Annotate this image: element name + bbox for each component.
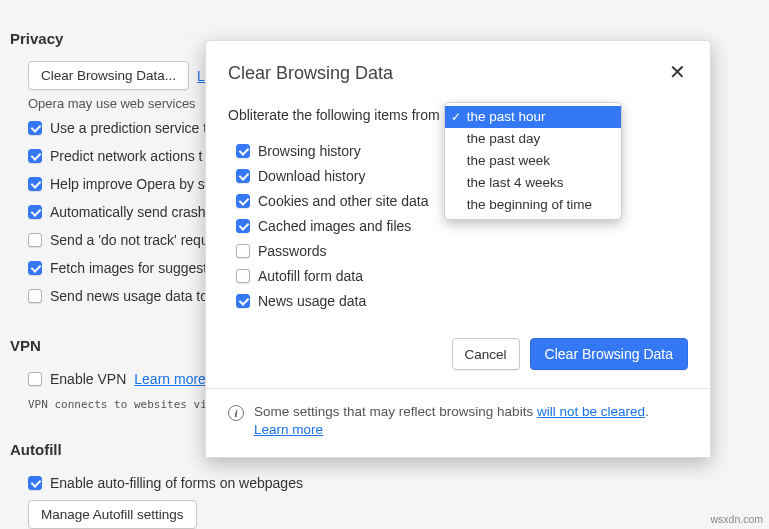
watermark: wsxdn.com xyxy=(710,513,763,525)
enable-autofill-checkbox[interactable] xyxy=(28,476,42,490)
datatype-checkbox[interactable] xyxy=(236,269,250,283)
privacy-option-label: Use a prediction service t xyxy=(50,117,207,139)
enable-autofill-label: Enable auto-filling of forms on webpages xyxy=(50,472,303,494)
vpn-learn-more-link[interactable]: Learn more xyxy=(134,368,206,390)
datatype-label: Cookies and other site data xyxy=(258,190,428,212)
privacy-option-checkbox[interactable] xyxy=(28,149,42,163)
time-range-option[interactable]: the past day xyxy=(445,128,621,150)
datatype-checkbox[interactable] xyxy=(236,219,250,233)
datatype-label: Download history xyxy=(258,165,365,187)
datatype-label: News usage data xyxy=(258,290,366,312)
time-range-menu: the past hourthe past daythe past weekth… xyxy=(444,102,622,220)
datatype-checkbox[interactable] xyxy=(236,169,250,183)
confirm-clear-button[interactable]: Clear Browsing Data xyxy=(530,338,688,370)
dialog-prompt: Obliterate the following items from xyxy=(228,107,440,123)
enable-vpn-checkbox[interactable] xyxy=(28,372,42,386)
dialog-title: Clear Browsing Data xyxy=(228,63,393,84)
privacy-option-checkbox[interactable] xyxy=(28,261,42,275)
privacy-option-label: Fetch images for suggest xyxy=(50,257,207,279)
will-not-be-cleared-link[interactable]: will not be cleared xyxy=(537,404,645,419)
dialog-learn-more-link[interactable]: Learn more xyxy=(254,422,323,437)
clear-browsing-data-button[interactable]: Clear Browsing Data... xyxy=(28,61,189,90)
privacy-option-label: Help improve Opera by se xyxy=(50,173,213,195)
time-range-option[interactable]: the past hour xyxy=(445,106,621,128)
info-icon: i xyxy=(228,405,244,421)
privacy-option-label: Predict network actions t xyxy=(50,145,203,167)
close-icon[interactable]: ✕ xyxy=(667,63,688,81)
datatype-checkbox[interactable] xyxy=(236,244,250,258)
privacy-option-checkbox[interactable] xyxy=(28,205,42,219)
datatype-checkbox[interactable] xyxy=(236,194,250,208)
datatype-label: Cached images and files xyxy=(258,215,411,237)
privacy-option-checkbox[interactable] xyxy=(28,177,42,191)
time-range-option[interactable]: the last 4 weeks xyxy=(445,172,621,194)
time-range-option[interactable]: the beginning of time xyxy=(445,194,621,216)
dialog-footer-text: Some settings that may reflect browsing … xyxy=(254,403,649,439)
datatype-label: Browsing history xyxy=(258,140,361,162)
datatype-label: Passwords xyxy=(258,240,326,262)
manage-autofill-button[interactable]: Manage Autofill settings xyxy=(28,500,197,529)
privacy-option-label: Send a 'do not track' requ xyxy=(50,229,209,251)
privacy-option-checkbox[interactable] xyxy=(28,289,42,303)
time-range-option[interactable]: the past week xyxy=(445,150,621,172)
cancel-button[interactable]: Cancel xyxy=(452,338,520,370)
privacy-option-checkbox[interactable] xyxy=(28,121,42,135)
privacy-option-label: Send news usage data to xyxy=(50,285,208,307)
datatype-label: Autofill form data xyxy=(258,265,363,287)
clear-browsing-data-dialog: Clear Browsing Data ✕ Obliterate the fol… xyxy=(205,40,711,458)
privacy-option-checkbox[interactable] xyxy=(28,233,42,247)
enable-vpn-label: Enable VPN xyxy=(50,368,126,390)
datatype-checkbox[interactable] xyxy=(236,144,250,158)
privacy-option-label: Automatically send crash xyxy=(50,201,206,223)
datatype-checkbox[interactable] xyxy=(236,294,250,308)
